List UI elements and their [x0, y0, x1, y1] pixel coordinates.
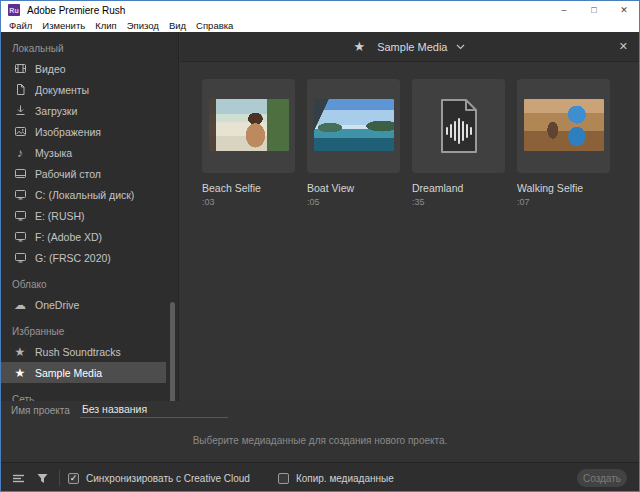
sidebar-item-rush-soundtracks[interactable]: Rush Soundtracks: [1, 341, 166, 362]
sync-cc-checkbox[interactable]: [68, 473, 79, 484]
project-name-input[interactable]: [80, 403, 228, 418]
sidebar-item-label: C: (Локальный диск): [35, 189, 134, 201]
sidebar-item-label: OneDrive: [35, 299, 79, 311]
chevron-down-icon[interactable]: [456, 44, 465, 50]
media-item-boat-view[interactable]: Boat View :05: [307, 79, 400, 207]
sidebar-item-documents[interactable]: Документы: [1, 79, 166, 100]
sidebar-item-onedrive[interactable]: OneDrive: [1, 294, 166, 315]
panel-close-icon[interactable]: ✕: [619, 32, 628, 61]
media-panel-header: Sample Media ✕: [180, 32, 639, 62]
media-item-duration: :07: [517, 197, 610, 207]
media-item-name: Beach Selfie: [202, 182, 295, 194]
sidebar-section-favorites: Избранные: [1, 323, 178, 341]
create-project-button[interactable]: Создать: [577, 469, 627, 487]
menu-file[interactable]: Файл: [4, 19, 37, 32]
sidebar-item-desktop[interactable]: Рабочий стол: [1, 163, 166, 184]
menu-view[interactable]: Вид: [164, 19, 191, 32]
menu-help[interactable]: Справка: [191, 19, 238, 32]
app-icon: Ru: [8, 4, 20, 16]
sidebar-item-label: Загрузки: [35, 105, 77, 117]
video-thumbnail: [314, 99, 394, 151]
copy-media-checkbox[interactable]: [278, 473, 289, 484]
sidebar-item-downloads[interactable]: Загрузки: [1, 100, 166, 121]
sync-cc-label: Синхронизировать с Creative Cloud: [86, 473, 250, 484]
sidebar-section-cloud: Облако: [1, 276, 178, 294]
copy-media-label: Копир. медиаданные: [296, 473, 394, 484]
video-thumbnail: [209, 99, 289, 151]
maximize-button[interactable]: □: [579, 1, 609, 19]
filter-icon[interactable]: [35, 471, 49, 485]
media-thumbnail-card[interactable]: [412, 79, 505, 173]
sidebar-item-music[interactable]: Музыка: [1, 142, 166, 163]
sidebar-item-sample-media[interactable]: Sample Media: [1, 362, 166, 383]
menu-edit[interactable]: Изменить: [37, 19, 90, 32]
audio-file-icon: [412, 79, 505, 173]
sidebar-scrollbar[interactable]: [170, 302, 175, 401]
star-icon: [13, 345, 27, 359]
music-icon: [13, 146, 27, 160]
media-item-walking-selfie[interactable]: Walking Selfie :07: [517, 79, 610, 207]
menu-bar: Файл Изменить Клип Эпизод Вид Справка: [1, 19, 639, 32]
desktop-icon: [13, 167, 27, 181]
sidebar-item-label: Документы: [35, 84, 89, 96]
media-item-duration: :35: [412, 197, 505, 207]
drive-icon: [13, 251, 27, 265]
sidebar-item-label: F: (Adobe XD): [35, 231, 102, 243]
project-name-row: Имя проекта: [1, 401, 639, 419]
sidebar-item-label: Изображения: [35, 126, 101, 138]
sync-cc-option[interactable]: Синхронизировать с Creative Cloud: [68, 473, 250, 484]
list-view-icon[interactable]: [11, 471, 25, 485]
image-icon: [13, 125, 27, 139]
media-item-name: Boat View: [307, 182, 400, 194]
drive-icon: [13, 188, 27, 202]
media-item-name: Dreamland: [412, 182, 505, 194]
media-item-beach-selfie[interactable]: Beach Selfie :03: [202, 79, 295, 207]
toolbar-divider: [59, 470, 60, 486]
media-grid: Beach Selfie :03 Boat View :05: [180, 62, 639, 207]
media-panel: Sample Media ✕ Beach Selfie :03 Boat Vie…: [180, 32, 639, 401]
sidebar-section-network: Сеть: [1, 391, 178, 401]
media-thumbnail-card[interactable]: [202, 79, 295, 173]
media-thumbnail-card[interactable]: [307, 79, 400, 173]
window-title: Adobe Premiere Rush: [27, 5, 125, 16]
sidebar-item-label: Музыка: [35, 147, 72, 159]
sidebar-section-local: Локальный: [1, 40, 178, 58]
project-name-label: Имя проекта: [11, 405, 70, 416]
drive-icon: [13, 209, 27, 223]
sidebar-item-drive-e[interactable]: E: (RUSH): [1, 205, 166, 226]
sidebar-item-label: G: (FRSC 2020): [35, 252, 111, 264]
media-item-duration: :03: [202, 197, 295, 207]
menu-sequence[interactable]: Эпизод: [122, 19, 164, 32]
favorite-star-icon: [354, 39, 366, 54]
sidebar-item-label: Rush Soundtracks: [35, 346, 121, 358]
sidebar-item-drive-g[interactable]: G: (FRSC 2020): [1, 247, 166, 268]
download-icon: [13, 104, 27, 118]
sidebar-item-label: Рабочий стол: [35, 168, 101, 180]
window-controls: – □ ✕: [549, 1, 639, 19]
sidebar-item-video[interactable]: Видео: [1, 58, 166, 79]
media-thumbnail-card[interactable]: [517, 79, 610, 173]
title-bar: Ru Adobe Premiere Rush – □ ✕: [1, 1, 639, 19]
media-item-dreamland[interactable]: Dreamland :35: [412, 79, 505, 207]
video-thumbnail: [524, 99, 604, 151]
film-icon: [13, 62, 27, 76]
media-item-name: Walking Selfie: [517, 182, 610, 194]
minimize-button[interactable]: –: [549, 1, 579, 19]
hint-panel: Выберите медиаданные для создания нового…: [1, 419, 639, 462]
media-browser-sidebar: Локальный Видео Документы Загрузки: [1, 32, 179, 401]
sidebar-item-drive-f[interactable]: F: (Adobe XD): [1, 226, 166, 247]
sidebar-item-pictures[interactable]: Изображения: [1, 121, 166, 142]
document-icon: [13, 83, 27, 97]
sidebar-item-label: Видео: [35, 63, 66, 75]
sidebar-item-label: E: (RUSH): [35, 210, 85, 222]
cloud-icon: [13, 298, 27, 312]
close-button[interactable]: ✕: [609, 1, 639, 19]
app-window: Ru Adobe Premiere Rush – □ ✕ Файл Измени…: [0, 0, 640, 492]
sidebar-item-drive-c[interactable]: C: (Локальный диск): [1, 184, 166, 205]
hint-text: Выберите медиаданные для создания нового…: [193, 435, 448, 446]
bottom-toolbar: Синхронизировать с Creative Cloud Копир.…: [1, 462, 639, 492]
media-item-duration: :05: [307, 197, 400, 207]
sidebar-item-label: Sample Media: [35, 367, 102, 379]
copy-media-option[interactable]: Копир. медиаданные: [278, 473, 394, 484]
menu-clip[interactable]: Клип: [90, 19, 122, 32]
